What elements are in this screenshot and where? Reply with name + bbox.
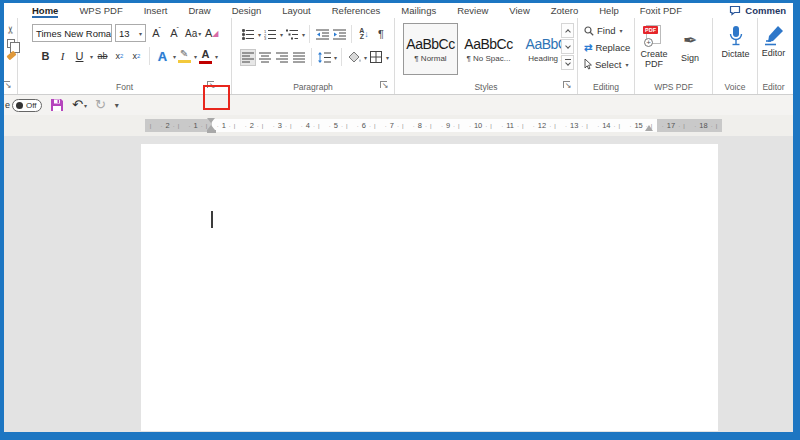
justify-button[interactable] (291, 49, 307, 66)
multilevel-list-button[interactable] (284, 26, 300, 43)
styles-scroll-up-button[interactable] (561, 23, 574, 38)
tab-wps-pdf[interactable]: WPS PDF (79, 3, 122, 18)
chevron-down-icon[interactable]: ▾ (173, 53, 176, 60)
tab-layout[interactable]: Layout (282, 3, 311, 18)
document-page[interactable] (141, 144, 718, 431)
editor-group-label: Editor (758, 82, 789, 92)
line-spacing-button[interactable] (316, 49, 332, 66)
tab-design[interactable]: Design (232, 3, 262, 18)
tab-home[interactable]: Home (32, 3, 58, 18)
align-left-button[interactable] (240, 49, 256, 66)
tab-references[interactable]: References (332, 3, 381, 18)
redo-button[interactable]: ↻ (95, 98, 106, 112)
styles-gallery-more-button[interactable] (561, 55, 574, 70)
undo-button[interactable]: ↶ ▾ (72, 98, 87, 112)
align-center-button[interactable] (257, 49, 273, 66)
chevron-down-icon[interactable]: ▾ (302, 31, 305, 38)
tab-foxit-pdf[interactable]: Foxit PDF (640, 3, 682, 18)
style-no-spacing[interactable]: AaBbCc ¶ No Spac... (461, 23, 516, 75)
italic-button[interactable]: I (55, 48, 70, 65)
clipboard-dialog-launcher-icon[interactable]: ↘ (4, 81, 13, 91)
create-pdf-button[interactable]: PDF + Create PDF (635, 18, 673, 69)
comments-button[interactable]: Commen (725, 3, 790, 18)
grow-font-button[interactable]: Aˆ (149, 25, 164, 42)
chevron-down-icon: ▾ (198, 30, 201, 37)
chevron-down-icon: ▾ (619, 27, 622, 34)
strikethrough-button[interactable]: ab (95, 48, 110, 65)
superscript-button[interactable]: x2 (129, 48, 144, 65)
bold-button[interactable]: B (38, 48, 53, 65)
style-normal[interactable]: AaBbCc ¶ Normal (403, 23, 458, 75)
svg-text:3: 3 (264, 36, 267, 40)
chevron-down-icon[interactable]: ▾ (90, 53, 93, 60)
font-name-value: Times New Roma (36, 28, 111, 39)
customize-qat-chevron-icon[interactable]: ▾ (115, 101, 119, 110)
show-paragraph-marks-button[interactable]: ¶ (373, 26, 389, 43)
chevron-down-icon[interactable]: ▾ (334, 54, 337, 61)
editor-button[interactable]: Editor (758, 18, 789, 58)
tab-draw[interactable]: Draw (188, 3, 210, 18)
align-right-button[interactable] (274, 49, 290, 66)
chevron-down-icon[interactable]: ▾ (386, 54, 389, 61)
tab-mailings[interactable]: Mailings (401, 3, 436, 18)
tab-review[interactable]: Review (457, 3, 488, 18)
font-color-swatch (199, 61, 212, 64)
chevron-down-icon[interactable]: ▾ (194, 53, 197, 60)
tab-help[interactable]: Help (599, 3, 619, 18)
hanging-indent-marker[interactable] (207, 125, 215, 130)
tab-insert[interactable]: Insert (144, 3, 168, 18)
ruler-left-margin: |·2·|·1·| (145, 119, 212, 132)
save-button[interactable] (50, 98, 64, 112)
replace-icon: ⇄ (584, 42, 592, 53)
word-application-window: Home WPS PDF Insert Draw Design Layout R… (4, 3, 793, 432)
subscript-button[interactable]: x2 (112, 48, 127, 65)
chevron-down-icon[interactable]: ▾ (258, 31, 261, 38)
chevron-up-icon (565, 29, 571, 35)
right-indent-marker[interactable] (645, 125, 653, 131)
chevron-down-icon: ▾ (625, 61, 628, 68)
select-button[interactable]: Select▾ (578, 56, 634, 73)
first-line-indent-marker[interactable] (207, 118, 215, 123)
text-effects-button[interactable]: A (155, 48, 170, 65)
decrease-indent-button[interactable] (314, 26, 330, 43)
font-size-combobox[interactable]: 13 ▾ (115, 24, 146, 42)
text-highlight-button[interactable]: ✎ (178, 49, 191, 64)
chevron-down-icon[interactable]: ▾ (280, 31, 283, 38)
document-area[interactable] (4, 136, 793, 431)
borders-button[interactable] (368, 49, 384, 66)
bullets-button[interactable] (240, 26, 256, 43)
dictate-button[interactable]: Dictate (713, 18, 758, 59)
autosave-toggle[interactable]: e Off (5, 99, 42, 112)
group-styles: AaBbCc ¶ Normal AaBbCc ¶ No Spac... AaBb… (395, 18, 578, 94)
cut-icon[interactable]: ✂ (5, 26, 17, 34)
chevron-down-icon[interactable]: ▾ (364, 54, 367, 61)
copy-icon[interactable] (7, 39, 15, 48)
replace-button[interactable]: ⇄ Replace (578, 39, 634, 56)
separator (311, 48, 312, 66)
styles-dialog-launcher-icon[interactable]: ↘ (563, 81, 573, 91)
font-name-combobox[interactable]: Times New Roma ▾ (32, 24, 112, 42)
tab-zotero[interactable]: Zotero (551, 3, 578, 18)
horizontal-ruler[interactable]: |·2·|·1·| ·1·|·2·|·3·|·4·|·5·|·6·|·7·|·8… (145, 119, 722, 132)
group-paragraph: ▾ 123 ▾ ▾ AZ ↓ ¶ (232, 18, 395, 94)
sign-button[interactable]: ✒ Sign (673, 24, 707, 63)
toggle-switch-icon: Off (12, 99, 42, 112)
increase-indent-button[interactable] (331, 26, 347, 43)
tab-view[interactable]: View (509, 3, 529, 18)
shading-button[interactable] (346, 49, 362, 66)
chevron-down-icon[interactable]: ▾ (215, 53, 218, 60)
change-case-button[interactable]: Aa▾ (185, 25, 201, 42)
sort-button[interactable]: AZ ↓ (356, 26, 372, 43)
clear-formatting-button[interactable]: A◢ (204, 25, 219, 42)
shrink-font-button[interactable]: Aˇ (167, 25, 182, 42)
format-painter-icon[interactable] (6, 51, 16, 61)
microphone-icon (728, 25, 744, 47)
styles-scroll-down-button[interactable] (561, 39, 574, 54)
font-color-button[interactable]: A (199, 49, 212, 64)
paragraph-dialog-launcher-icon[interactable]: ↘ (380, 81, 390, 91)
create-pdf-icon: PDF + (643, 25, 665, 47)
find-button[interactable]: Find▾ (578, 22, 634, 39)
underline-button[interactable]: U (72, 48, 87, 65)
arrow-down-icon: ↓ (364, 29, 369, 39)
numbering-button[interactable]: 123 (262, 26, 278, 43)
